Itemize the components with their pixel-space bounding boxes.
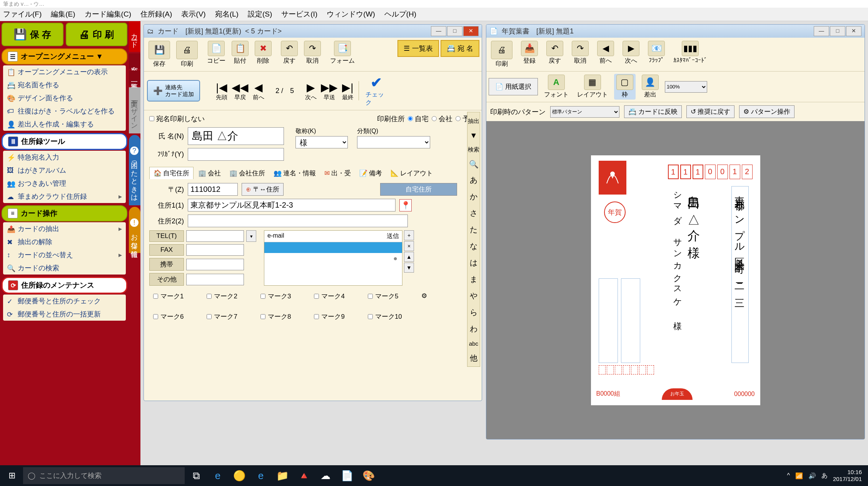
opening-item-label[interactable]: 🏷往復はがき・ラベルなどを作る <box>3 105 126 118</box>
pv-frame[interactable]: ▢枠 <box>614 74 636 100</box>
idx-sa[interactable]: さ <box>467 205 480 221</box>
pv-layout[interactable]: ▦レイアウト <box>575 74 610 100</box>
side-extract[interactable]: 抽出 <box>467 115 480 128</box>
name-input[interactable] <box>188 127 284 145</box>
start-button[interactable]: ⊞ <box>2 466 22 485</box>
nav-first[interactable]: |◀先頭 <box>214 81 229 100</box>
map-pin-button[interactable]: 📍 <box>399 199 412 211</box>
vtab-info[interactable]: !お得な情報 <box>129 207 140 253</box>
no-print-checkbox[interactable]: 宛名印刷しない <box>149 114 205 123</box>
card-ops-header[interactable]: ≡ カード操作 <box>2 205 127 221</box>
card-item-sort[interactable]: ↕カードの並べ替え▸ <box>3 248 126 261</box>
reflect-button[interactable]: 📇 カードに反映 <box>624 105 682 118</box>
home-addr-button[interactable]: 自宅住所 <box>380 183 457 196</box>
idx-na[interactable]: な <box>467 238 480 255</box>
tab-name-view[interactable]: 📇宛 名 <box>441 40 479 57</box>
opening-item-sender[interactable]: 👤差出人を作成・編集する <box>3 118 126 131</box>
print-big-button[interactable]: 🖨 印 刷 <box>66 23 128 46</box>
zoom-select[interactable]: 100% <box>665 81 707 93</box>
tb-print[interactable]: 🖨印刷 <box>174 40 200 69</box>
chrome-icon[interactable]: 🟡 <box>229 466 249 485</box>
keisho-select[interactable]: 様 <box>295 136 348 148</box>
recipient-name[interactable]: 島田 △介 様 <box>686 186 703 348</box>
tray-volume-icon[interactable]: 🔊 <box>808 472 816 479</box>
preview-maximize-button[interactable]: □ <box>830 26 845 36</box>
mark-10[interactable]: マーク10 <box>368 312 402 321</box>
tb-save[interactable]: 💾保存 <box>146 40 172 69</box>
pv-undo[interactable]: ↶戻す <box>544 40 566 66</box>
subtab-joint[interactable]: 👥連名・情報 <box>270 167 320 179</box>
card-titlebar[interactable]: 🗂 カード [新規] 無題1(更新) < 5 カード> — □ ✕ <box>144 25 482 38</box>
card-item-extract[interactable]: 📤カードの抽出▸ <box>3 222 126 235</box>
vtab-design[interactable]: 文面デザイン <box>129 87 140 133</box>
side-search-label[interactable]: 検索 <box>467 143 480 156</box>
add-card-button[interactable]: ➕ 連絡先 カード追加 <box>147 80 200 102</box>
addr2-input[interactable] <box>188 215 408 227</box>
mark-3[interactable]: マーク3 <box>260 292 291 301</box>
opening-menu-header[interactable]: ☰ オープニングメニュー ▼ <box>2 48 127 65</box>
reset-button[interactable]: ↺ 推奨に戻す <box>686 105 735 118</box>
mark-settings-icon[interactable]: ⚙ <box>421 292 427 301</box>
tb-form[interactable]: 📑フォーム <box>328 40 357 66</box>
idx-ya[interactable]: や <box>467 288 480 304</box>
mark-2[interactable]: マーク2 <box>207 292 237 301</box>
tb-undo[interactable]: ↶戻す <box>279 40 300 66</box>
nav-check[interactable]: ✔チェック <box>366 75 387 107</box>
subtab-sentrecv[interactable]: ✉出・受 <box>320 167 355 179</box>
opening-item-design[interactable]: 🎨デザイン面を作る <box>3 92 126 105</box>
pattern-ops-button[interactable]: ⚙ パターン操作 <box>739 105 795 118</box>
tray-ime-icon[interactable]: あ <box>821 472 828 480</box>
recipient-address[interactable]: 東京都サンプル区見本町一−二−三 <box>731 186 749 363</box>
recipient-furigana[interactable]: シマダ サンカクスケ 様 <box>672 186 683 348</box>
vlc-icon[interactable]: 🔺 <box>294 466 314 485</box>
pv-sender[interactable]: 👤差出 <box>639 74 661 100</box>
idx-ma[interactable]: ま <box>467 271 480 288</box>
save-big-button[interactable]: 💾 保 存 <box>2 23 63 46</box>
pv-register[interactable]: 📥登録 <box>519 40 540 66</box>
tool-item-otsukiai[interactable]: 👥おつきあい管理 <box>3 177 126 190</box>
nav-prev[interactable]: ◀前へ <box>251 81 266 100</box>
idx-a[interactable]: あ <box>467 172 480 188</box>
preview-minimize-button[interactable]: — <box>814 26 829 36</box>
vtab-card[interactable]: カード <box>129 21 140 52</box>
taskbar-search[interactable]: ◯ ここに入力して検索 <box>23 467 185 484</box>
tool-item-album[interactable]: 🖼はがきアルバム <box>3 164 126 177</box>
mark-4[interactable]: マーク4 <box>314 292 344 301</box>
addressbook-tool-header[interactable]: Ⅲ 住所録ツール <box>2 133 127 150</box>
vtab-help[interactable]: ?困ったときは <box>129 135 140 205</box>
subtab-company[interactable]: 🏢会社 <box>194 167 225 179</box>
maint-item-check[interactable]: ✓郵便番号と住所のチェック <box>3 295 126 308</box>
pv-barcode[interactable]: ▮▮▮ｶｽﾀﾏﾊﾞｰｺｰﾄﾞ <box>671 40 709 65</box>
idx-ha[interactable]: は <box>467 255 480 271</box>
mark-9[interactable]: マーク9 <box>314 312 344 321</box>
maint-item-update[interactable]: ⟳郵便番号と住所の一括更新 <box>3 308 126 321</box>
tb-redo[interactable]: ↷取消 <box>302 40 323 66</box>
preview-titlebar[interactable]: 📄 年賀葉書 [新規] 無題1 — □ ✕ <box>486 25 865 38</box>
paint-icon[interactable]: 🎨 <box>359 466 379 485</box>
pv-prev[interactable]: ◀前へ <box>595 40 616 66</box>
menu-cardedit[interactable]: カード編集(C) <box>85 9 131 19</box>
zip-to-addr-button[interactable]: ⊕ 〒↔住所 <box>242 183 284 196</box>
system-tray[interactable]: ^ 📶 🔊 あ 10:16 2017/12/01 <box>787 469 866 483</box>
idx-ka[interactable]: か <box>467 188 480 205</box>
nav-next[interactable]: ▶次へ <box>303 81 319 100</box>
maintenance-header[interactable]: ⟳ 住所録のメンテナンス <box>2 277 127 294</box>
preview-close-button[interactable]: ✕ <box>846 26 861 36</box>
pv-redo[interactable]: ↷取消 <box>569 40 591 66</box>
card-close-button[interactable]: ✕ <box>463 26 479 36</box>
menu-atena[interactable]: 宛名(L) <box>215 9 239 19</box>
addr1-input[interactable] <box>188 199 396 211</box>
card-maximize-button[interactable]: □ <box>447 26 462 36</box>
menu-edit[interactable]: 編集(E) <box>51 9 75 19</box>
email-add-button[interactable]: + <box>404 230 414 240</box>
idx-abc[interactable]: abc <box>467 337 480 350</box>
pv-print[interactable]: 🖨印刷 <box>489 40 515 69</box>
menu-addressbook[interactable]: 住所録(A) <box>140 9 172 19</box>
print-addr-home[interactable]: 自宅 <box>408 114 429 123</box>
opening-item-show[interactable]: 📋オープニングメニューの表示 <box>3 65 126 78</box>
edge-icon[interactable]: e <box>251 466 271 485</box>
email-list[interactable]: e-mail 送信 ● <box>264 230 402 286</box>
card-item-clear[interactable]: ✖抽出の解除 <box>3 235 126 248</box>
idx-ra[interactable]: ら <box>467 304 480 321</box>
fax-input[interactable] <box>186 244 244 256</box>
